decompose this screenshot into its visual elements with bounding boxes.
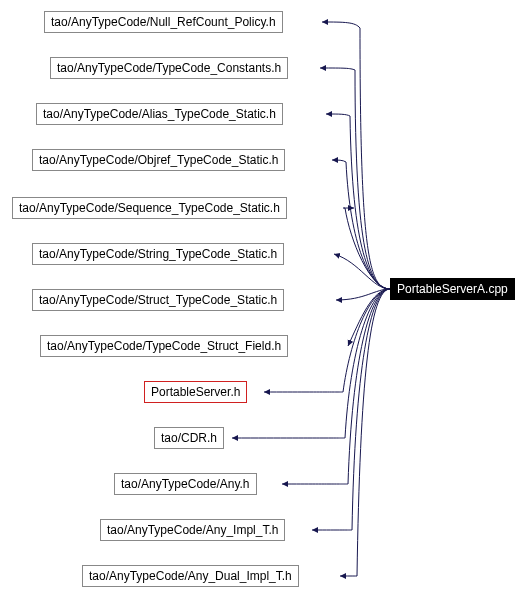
dep-node-any-impl-t[interactable]: tao/AnyTypeCode/Any_Impl_T.h: [100, 519, 285, 541]
dep-node-tao-cdr[interactable]: tao/CDR.h: [154, 427, 224, 449]
dep-node-typecode-struct-field[interactable]: tao/AnyTypeCode/TypeCode_Struct_Field.h: [40, 335, 288, 357]
dep-node-label: tao/AnyTypeCode/String_TypeCode_Static.h: [39, 247, 277, 261]
dep-node-label: tao/AnyTypeCode/Objref_TypeCode_Static.h: [39, 153, 278, 167]
dep-node-sequence-typecode-static[interactable]: tao/AnyTypeCode/Sequence_TypeCode_Static…: [12, 197, 287, 219]
dep-node-label: tao/AnyTypeCode/TypeCode_Struct_Field.h: [47, 339, 281, 353]
dep-node-objref-typecode-static[interactable]: tao/AnyTypeCode/Objref_TypeCode_Static.h: [32, 149, 285, 171]
dep-node-label: tao/AnyTypeCode/Any_Dual_Impl_T.h: [89, 569, 292, 583]
dep-node-label: tao/AnyTypeCode/Sequence_TypeCode_Static…: [19, 201, 280, 215]
root-node[interactable]: PortableServerA.cpp: [390, 278, 515, 300]
dep-node-label: tao/AnyTypeCode/Any.h: [121, 477, 250, 491]
dep-node-struct-typecode-static[interactable]: tao/AnyTypeCode/Struct_TypeCode_Static.h: [32, 289, 284, 311]
dep-node-label: tao/AnyTypeCode/Null_RefCount_Policy.h: [51, 15, 276, 29]
dep-node-label: PortableServer.h: [151, 385, 240, 399]
dep-node-string-typecode-static[interactable]: tao/AnyTypeCode/String_TypeCode_Static.h: [32, 243, 284, 265]
dep-node-typecode-constants[interactable]: tao/AnyTypeCode/TypeCode_Constants.h: [50, 57, 288, 79]
dependency-diagram: PortableServerA.cpp tao/AnyTypeCode/Null…: [0, 0, 523, 614]
dep-node-label: tao/AnyTypeCode/Any_Impl_T.h: [107, 523, 278, 537]
dep-node-label: tao/CDR.h: [161, 431, 217, 445]
dep-node-label: tao/AnyTypeCode/Struct_TypeCode_Static.h: [39, 293, 277, 307]
dep-node-portableserver-h[interactable]: PortableServer.h: [144, 381, 247, 403]
dep-node-any-dual-impl-t[interactable]: tao/AnyTypeCode/Any_Dual_Impl_T.h: [82, 565, 299, 587]
dep-node-any[interactable]: tao/AnyTypeCode/Any.h: [114, 473, 257, 495]
dep-node-label: tao/AnyTypeCode/Alias_TypeCode_Static.h: [43, 107, 276, 121]
dep-node-null-refcount-policy[interactable]: tao/AnyTypeCode/Null_RefCount_Policy.h: [44, 11, 283, 33]
dep-node-alias-typecode-static[interactable]: tao/AnyTypeCode/Alias_TypeCode_Static.h: [36, 103, 283, 125]
root-node-label: PortableServerA.cpp: [397, 282, 508, 296]
dep-node-label: tao/AnyTypeCode/TypeCode_Constants.h: [57, 61, 281, 75]
